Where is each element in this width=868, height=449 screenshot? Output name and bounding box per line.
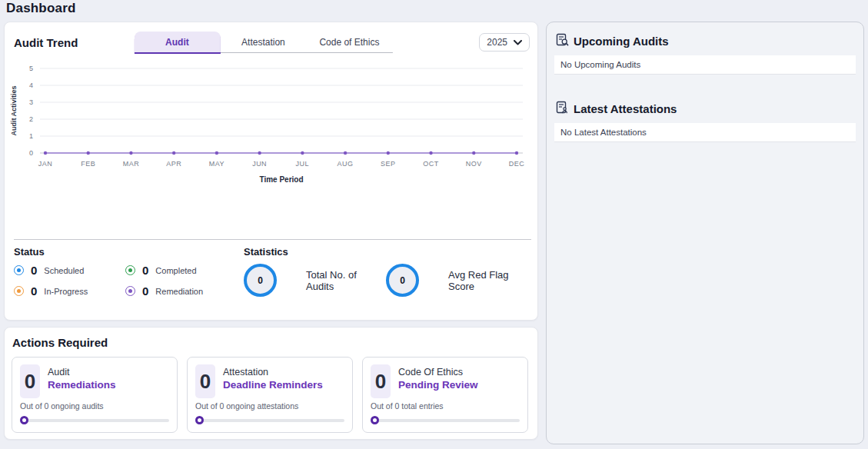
- stat-total-audits: 0 Total No. of Audits: [244, 264, 386, 297]
- completed-label: Completed: [155, 266, 196, 275]
- remediation-count: 0: [142, 284, 148, 298]
- upcoming-audits-header: Upcoming Audits: [556, 33, 856, 49]
- right-panel: Upcoming Audits No Upcoming Audits Lates…: [546, 22, 864, 444]
- remediation-label: Remediation: [155, 287, 203, 296]
- svg-text:0: 0: [29, 149, 33, 157]
- svg-text:JAN: JAN: [38, 160, 53, 168]
- ethics-pending-caption: Out of 0 total entries: [371, 401, 520, 411]
- audit-trend-header: Audit Trend Audit Attestation Code of Et…: [5, 22, 537, 56]
- action-card-audit-remediations: 0 Audit Remediations Out of 0 ongoing au…: [12, 357, 178, 433]
- svg-text:AUG: AUG: [338, 160, 354, 168]
- attestation-deadlines-progress: [195, 416, 344, 424]
- scheduled-label: Scheduled: [44, 266, 84, 275]
- total-audits-badge: 0: [244, 264, 277, 297]
- svg-text:FEB: FEB: [81, 160, 95, 168]
- page-title: Dashboard: [6, 1, 76, 16]
- ethics-pending-progress: [371, 416, 520, 424]
- svg-text:SEP: SEP: [381, 160, 396, 168]
- audit-trend-chart: 012345JANFEBMARAPRMAYJUNJULAUGSEPOCTNOVD…: [5, 56, 537, 213]
- status-item-remediation: 0 Remediation: [125, 284, 237, 298]
- actions-required-card: Actions Required 0 Audit Remediations Ou…: [4, 327, 538, 440]
- year-select-value: 2025: [487, 37, 507, 48]
- document-user-icon: [556, 101, 569, 117]
- status-grid: 0 Scheduled 0 Completed 0 In-Progress: [14, 264, 238, 298]
- attestation-deadlines-count: 0: [195, 364, 215, 398]
- statistics-block: Statistics 0 Total No. of Audits 0 Avg R…: [238, 246, 528, 312]
- remediation-target-icon: [125, 286, 135, 296]
- attestation-deadlines-caption: Out of 0 ongoing attestations: [195, 401, 344, 411]
- svg-text:MAY: MAY: [209, 160, 224, 168]
- status-item-completed: 0 Completed: [125, 264, 237, 277]
- audit-remediations-progress: [20, 416, 169, 424]
- in-progress-count: 0: [31, 284, 37, 298]
- latest-attestations-empty-row: No Latest Attestations: [554, 123, 856, 142]
- svg-text:DEC: DEC: [509, 160, 525, 168]
- svg-text:4: 4: [29, 81, 33, 89]
- svg-text:2: 2: [29, 115, 33, 123]
- svg-text:Time Period: Time Period: [259, 175, 303, 184]
- actions-required-title: Actions Required: [12, 336, 530, 349]
- svg-text:OCT: OCT: [423, 160, 439, 168]
- audit-trend-title: Audit Trend: [14, 36, 78, 49]
- remediations-link[interactable]: Remediations: [48, 379, 116, 391]
- pending-review-link[interactable]: Pending Review: [398, 379, 478, 391]
- attestation-category-label: Attestation: [223, 367, 323, 377]
- completed-count: 0: [142, 264, 148, 277]
- line-chart: 012345JANFEBMARAPRMAYJUNJULAUGSEPOCTNOVD…: [9, 59, 531, 210]
- chevron-down-icon: [514, 40, 522, 45]
- audit-remediations-caption: Out of 0 ongoing audits: [20, 401, 169, 411]
- svg-text:APR: APR: [166, 160, 181, 168]
- trend-tabbar: Audit Attestation Code of Ethics: [134, 32, 392, 53]
- svg-text:JUN: JUN: [252, 160, 267, 168]
- progress-thumb: [371, 416, 379, 424]
- ethics-category-label: Code Of Ethics: [398, 367, 478, 377]
- statistics-title: Statistics: [244, 246, 528, 258]
- svg-text:3: 3: [29, 98, 33, 106]
- stat-avg-red-flag: 0 Avg Red Flag Score: [386, 264, 528, 297]
- in-progress-label: In-Progress: [44, 287, 88, 296]
- audit-remediations-count: 0: [20, 364, 40, 398]
- action-card-ethics-pending: 0 Code Of Ethics Pending Review Out of 0…: [362, 357, 528, 433]
- status-block: Status 0 Scheduled 0 Completed 0: [14, 246, 238, 312]
- status-statistics-row: Status 0 Scheduled 0 Completed 0: [5, 240, 537, 320]
- tab-audit[interactable]: Audit: [134, 32, 220, 52]
- upcoming-audits-empty-row: No Upcoming Audits: [554, 55, 856, 75]
- svg-text:NOV: NOV: [466, 160, 482, 168]
- latest-attestations-title: Latest Attestations: [574, 102, 677, 115]
- scheduled-count: 0: [31, 264, 37, 277]
- latest-attestations-header: Latest Attestations: [556, 101, 856, 117]
- svg-text:Audit Activities: Audit Activities: [10, 85, 18, 135]
- progress-thumb: [20, 416, 28, 424]
- avg-red-flag-label: Avg Red Flag Score: [448, 269, 528, 292]
- svg-text:JUL: JUL: [296, 160, 310, 168]
- dashboard-page: Dashboard Audit Trend Audit Attestation …: [0, 0, 868, 449]
- scheduled-target-icon: [14, 265, 24, 275]
- audit-category-label: Audit: [48, 367, 116, 377]
- action-card-attestation-deadlines: 0 Attestation Deadline Reminders Out of …: [187, 357, 353, 433]
- svg-text:5: 5: [29, 65, 33, 72]
- status-title: Status: [14, 246, 238, 258]
- upcoming-audits-title: Upcoming Audits: [574, 35, 669, 48]
- document-search-icon: [556, 33, 569, 49]
- avg-red-flag-badge: 0: [386, 264, 419, 297]
- total-audits-label: Total No. of Audits: [306, 269, 386, 292]
- deadline-reminders-link[interactable]: Deadline Reminders: [223, 379, 323, 391]
- svg-text:MAR: MAR: [123, 160, 140, 168]
- progress-thumb: [195, 416, 204, 424]
- status-item-in-progress: 0 In-Progress: [14, 284, 125, 298]
- ethics-pending-count: 0: [371, 364, 391, 398]
- svg-text:1: 1: [29, 132, 33, 140]
- year-select[interactable]: 2025: [479, 33, 530, 52]
- tab-attestation[interactable]: Attestation: [220, 32, 306, 52]
- status-item-scheduled: 0 Scheduled: [14, 264, 125, 277]
- tab-code-of-ethics[interactable]: Code of Ethics: [306, 32, 392, 52]
- audit-trend-card: Audit Trend Audit Attestation Code of Et…: [4, 22, 538, 321]
- completed-target-icon: [125, 265, 135, 275]
- in-progress-target-icon: [14, 286, 24, 296]
